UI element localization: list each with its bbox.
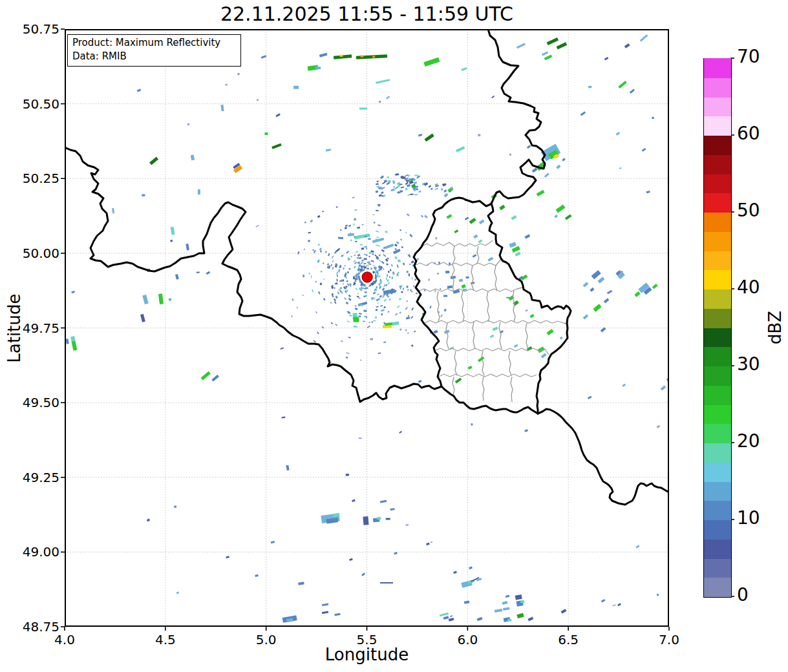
colorbar-tick-label: 70 <box>737 46 782 67</box>
gridlines-layer <box>65 29 669 627</box>
colorbar-tick-label: 60 <box>737 123 782 144</box>
colorbar-band <box>704 154 731 174</box>
colorbar-band <box>704 251 731 270</box>
data-source-label: Data: RMIB <box>72 50 236 63</box>
colorbar-band <box>704 270 731 289</box>
y-tick-label: 50.25 <box>14 171 59 186</box>
colorbar <box>703 58 732 598</box>
x-tick-label: 6.0 <box>445 632 490 647</box>
colorbar-band <box>704 212 731 231</box>
y-tick-label: 50.75 <box>14 21 59 37</box>
colorbar-tick-label: 50 <box>737 200 782 221</box>
colorbar-band <box>704 404 731 424</box>
radar-echoes-layer <box>65 34 670 623</box>
colorbar-band <box>704 174 731 193</box>
y-tick-label: 49.00 <box>14 544 59 560</box>
radar-site-marker <box>362 272 372 282</box>
colorbar-band <box>704 424 731 443</box>
x-tick-label: 4.5 <box>143 632 188 647</box>
y-tick-label: 48.75 <box>14 619 59 635</box>
y-tick-label: 50.00 <box>14 246 59 261</box>
y-tick-label: 49.25 <box>14 470 59 485</box>
x-tick-label: 5.0 <box>244 632 289 647</box>
y-tick-label: 50.50 <box>14 96 59 112</box>
x-tick-label: 5.5 <box>345 632 390 647</box>
colorbar-tick-label: 20 <box>737 430 782 452</box>
colorbar-band <box>704 462 731 481</box>
tick-marks <box>61 29 734 631</box>
colorbar-band <box>704 578 731 597</box>
colorbar-band <box>704 231 731 251</box>
colorbar-band <box>704 501 731 520</box>
y-tick-label: 49.50 <box>14 395 59 410</box>
colorbar-band <box>704 539 731 558</box>
colorbar-band <box>704 366 731 385</box>
colorbar-band <box>704 520 731 539</box>
y-tick-label: 49.75 <box>14 320 59 336</box>
colorbar-label: dBZ <box>765 295 783 360</box>
colorbar-tick-label: 0 <box>737 584 782 605</box>
product-label: Product: Maximum Reflectivity <box>72 36 236 50</box>
colorbar-band <box>704 443 731 462</box>
x-tick-label: 7.0 <box>646 632 692 647</box>
colorbar-band <box>704 135 731 154</box>
map-canvas <box>0 0 788 672</box>
colorbar-band <box>704 558 731 578</box>
colorbar-band <box>704 116 731 136</box>
colorbar-band <box>704 481 731 501</box>
radar-figure: 22.11.2025 11:55 - 11:59 UTC Product: Ma… <box>0 0 788 672</box>
x-axis-label: Longitude <box>65 645 669 664</box>
colorbar-band <box>704 78 731 97</box>
x-tick-label: 6.5 <box>546 632 591 647</box>
colorbar-band <box>704 193 731 213</box>
colorbar-band <box>704 97 731 116</box>
colorbar-band <box>704 328 731 347</box>
colorbar-tick-label: 10 <box>737 507 782 529</box>
colorbar-band <box>704 58 731 78</box>
product-info-box: Product: Maximum Reflectivity Data: RMIB <box>67 34 241 67</box>
colorbar-band <box>704 347 731 366</box>
colorbar-band <box>704 289 731 308</box>
colorbar-band <box>704 385 731 404</box>
colorbar-band <box>704 308 731 328</box>
